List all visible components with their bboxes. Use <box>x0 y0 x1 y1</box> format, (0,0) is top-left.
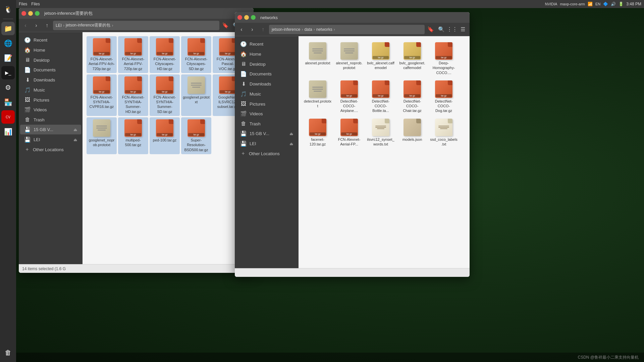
eject-lei-1[interactable]: ⏏ <box>73 137 77 142</box>
sidebar-item-music-2[interactable]: 🎵 Music <box>236 89 297 99</box>
file-item[interactable]: tar.gz FCN-Alexnet-Cityscapes-SD.tar.gz <box>181 36 211 73</box>
settings-taskbar-icon[interactable]: ⚙ <box>1 81 15 94</box>
file-item[interactable]: googlenet.prototxt <box>181 74 211 116</box>
back-button-1[interactable]: ‹ <box>21 21 30 30</box>
file-item[interactable]: models.json <box>397 117 427 149</box>
back-button-2[interactable]: ‹ <box>237 25 246 34</box>
file-item[interactable]: tar.gz DetectNet-COCO-Bottle.ta... <box>366 78 396 115</box>
sidebar-item-other-2[interactable]: + Other Locations <box>236 149 297 158</box>
minimize-button-2[interactable] <box>244 15 249 20</box>
view-options-button-2[interactable]: ⋮⋮ <box>447 25 457 34</box>
file-item[interactable]: tar.gz FCN-Alexnet-Aerial-FPV-4ch-720p.t… <box>87 36 117 73</box>
file-item[interactable]: detectnet.prototxt <box>303 78 333 115</box>
file-item[interactable]: ssd_coco_labels.txt <box>429 117 459 149</box>
bookmark-button-2[interactable]: 🔖 <box>426 25 435 34</box>
sidebar-item-downloads-2[interactable]: ⬇ Downloads <box>236 79 297 89</box>
sidebar-item-home-2[interactable]: 🏠 Home <box>236 49 297 59</box>
close-button-2[interactable] <box>237 15 242 20</box>
sidebar-item-other-1[interactable]: + Other Locations <box>20 145 81 154</box>
file-item[interactable]: tar.gz FCN-Alexnet-SYNTHIA-Summer-HD.tar… <box>118 74 148 116</box>
app-menu-files2[interactable]: Files <box>31 2 40 6</box>
file-item[interactable]: tar.gz ped-100.tar.gz <box>150 117 180 154</box>
browser-taskbar-icon[interactable]: 🌐 <box>1 37 15 50</box>
file-item[interactable]: tar.gz DetectNet-COCO-Chair.tar.gz <box>397 78 427 115</box>
sidebar-item-lei-1[interactable]: 💾 LEI ⏏ <box>20 135 81 144</box>
sidebar-item-desktop-2[interactable]: 🖥 Desktop <box>236 59 297 69</box>
sidebar-item-music-1[interactable]: 🎵 Music <box>20 85 81 95</box>
file-item[interactable]: ilsvrc12_synset_words.txt <box>366 117 396 149</box>
sidebar-item-trash-2[interactable]: 🗑 Trash <box>236 119 297 128</box>
sidebar-label-pictures-2: Pictures <box>250 102 265 107</box>
breadcrumb-item-data[interactable]: data <box>304 27 312 32</box>
breadcrumb-item-networks[interactable]: networks <box>316 27 332 32</box>
sidebar-item-desktop-1[interactable]: 🖥 Desktop <box>20 55 81 65</box>
trash-taskbar-icon[interactable]: 🗑 <box>1 346 15 359</box>
breadcrumb-item-folder[interactable]: jetson-inference需要的包 <box>66 22 110 28</box>
file-item[interactable]: tar.gz FCN-Alexnet-SYNTHIA-CVPR16.tar.gz <box>87 74 117 116</box>
music-icon-1: 🎵 <box>24 87 31 93</box>
sidebar-item-videos-2[interactable]: 🎬 Videos <box>236 109 297 119</box>
file-item[interactable]: tar.gz FCN-Alexnet-Aerial-FPV-720p.tar.g… <box>118 36 148 73</box>
sidebar-item-lei-2[interactable]: 💾 LEI ⏏ <box>236 139 297 148</box>
sidebar-item-recent-1[interactable]: 🕐 Recent <box>20 35 81 45</box>
sidebar-label-lei-2: LEI <box>250 141 256 146</box>
file-icon-tar-f2: tar.gz <box>340 119 358 136</box>
sidebar-item-home-1[interactable]: 🏠 Home <box>20 45 81 55</box>
battery-icon[interactable]: 🔋 <box>619 2 624 6</box>
up-button-1[interactable]: ↑ <box>42 21 52 30</box>
breadcrumb-item-lei[interactable]: LEI <box>56 23 62 28</box>
maximize-button-2[interactable] <box>251 15 256 20</box>
sidebar-item-trash-1[interactable]: 🗑 Trash <box>20 115 81 124</box>
opencv-icon[interactable]: CV <box>1 110 15 124</box>
file-item[interactable]: tar.gz FCN-Alexnet-Aerial-FP... <box>334 117 364 149</box>
sidebar-item-recent-2[interactable]: 🕐 Recent <box>236 39 297 49</box>
file-item[interactable]: tar.gz bvlc_googlenet.caffemodel <box>397 40 427 77</box>
file-name: googlenet.prototxt <box>182 95 210 105</box>
app-icon-chart[interactable]: 📊 <box>1 125 15 138</box>
file-item[interactable]: tar.gz multiped-500.tar.gz <box>118 117 148 154</box>
eject-lei-2[interactable]: ⏏ <box>289 141 293 146</box>
ubuntu-logo-icon[interactable]: 🐧 <box>1 3 15 16</box>
forward-button-2[interactable]: › <box>248 25 257 34</box>
file-item[interactable]: googlenet_noprob.prototxt <box>87 117 117 154</box>
forward-button-1[interactable]: › <box>32 21 41 30</box>
file-item[interactable]: alexnet_noprob.prototxt <box>334 40 364 77</box>
file-item[interactable]: tar.gz FCN-Alexnet-SYNTHIA-Summer-SD.tar… <box>150 74 180 116</box>
minimize-button-1[interactable] <box>28 11 33 16</box>
sidebar-item-drive1-2[interactable]: 💾 15 GB V... ⏏ <box>236 129 297 138</box>
file-item[interactable]: tar.gz FCN-Alexnet-Cityscapes-HD.tar.gz <box>150 36 180 73</box>
file-item[interactable]: tar.gz DetectNet-COCO-Dog.tar.gz <box>429 78 459 115</box>
software-taskbar-icon[interactable]: 🏪 <box>1 96 15 109</box>
sidebar-item-videos-1[interactable]: 🎬 Videos <box>20 105 81 115</box>
volume-icon[interactable]: 🔊 <box>611 2 616 6</box>
sidebar-item-drive1-1[interactable]: 💾 15 GB V... ⏏ <box>20 125 81 134</box>
eject-drive1-2[interactable]: ⏏ <box>289 131 293 136</box>
sidebar-item-documents-2[interactable]: 📄 Documents <box>236 69 297 79</box>
menu-button-2[interactable]: ☰ <box>458 25 468 34</box>
wifi-icon[interactable]: 📶 <box>588 2 593 6</box>
sidebar-label-music-2: Music <box>250 92 261 97</box>
files-taskbar-icon[interactable]: 📁 <box>1 22 15 35</box>
text-editor-taskbar-icon[interactable]: 📝 <box>1 51 15 65</box>
bluetooth-icon[interactable]: 🔷 <box>603 2 608 6</box>
file-item[interactable]: alexnet.prototxt <box>303 40 333 77</box>
search-button-2[interactable]: 🔍 <box>437 25 446 34</box>
file-item[interactable]: tar.gz bvlc_alexnet.caffemodel <box>366 40 396 77</box>
sidebar-item-downloads-1[interactable]: ⬇ Downloads <box>20 75 81 85</box>
breadcrumb-item-jetson[interactable]: jetson-inference <box>272 27 300 32</box>
file-item[interactable]: tar.gz Super-Resolution-BSD500.tar.gz <box>181 117 211 154</box>
bookmark-button-1[interactable]: 🔖 <box>221 21 230 30</box>
eject-drive1-1[interactable]: ⏏ <box>73 127 77 132</box>
sidebar-item-documents-1[interactable]: 📄 Documents <box>20 65 81 75</box>
maximize-button-1[interactable] <box>35 11 40 16</box>
up-button-2[interactable]: ↑ <box>258 25 268 34</box>
input-method-icon[interactable]: EN <box>595 2 600 6</box>
file-item[interactable]: tar.gz facenet-120.tar.gz <box>303 117 333 149</box>
sidebar-item-pictures-2[interactable]: 🖼 Pictures <box>236 99 297 109</box>
sidebar-item-pictures-1[interactable]: 🖼 Pictures <box>20 95 81 105</box>
close-button-1[interactable] <box>21 11 26 16</box>
app-menu-files[interactable]: Files <box>19 2 27 6</box>
file-item[interactable]: tar.gz DetectNet-COCO-Airplane.... <box>334 78 364 115</box>
terminal-taskbar-icon[interactable]: ▶_ <box>1 66 15 79</box>
file-item[interactable]: tar.gz Deep-Homography-COCO.... <box>429 40 459 77</box>
